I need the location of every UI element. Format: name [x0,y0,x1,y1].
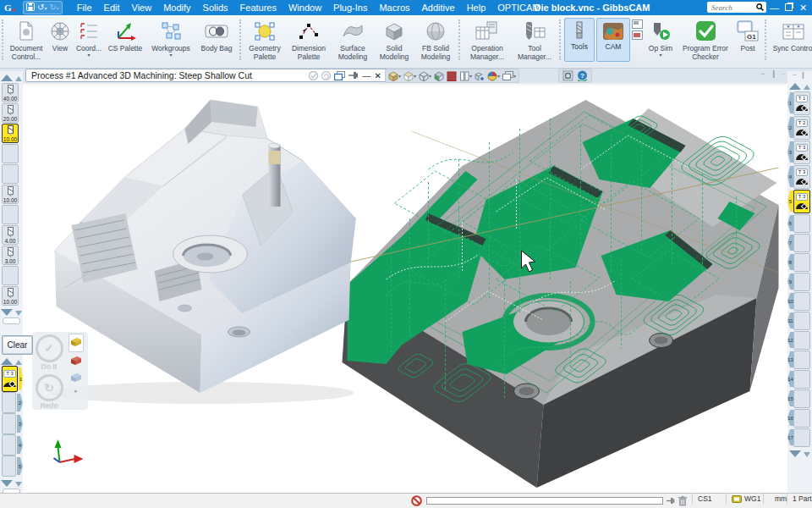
do-it-button[interactable]: ✓ [36,334,63,362]
window-arrange-icon[interactable]: ▾ [502,71,516,80]
document-control-button[interactable]: Document Control... [6,15,47,61]
wireframe-icon[interactable]: ▾ [419,71,431,81]
op-tab-12[interactable]: 12 [787,332,793,348]
shading-mode-icon[interactable]: ▾ [388,71,401,81]
operation-item-15[interactable] [793,389,810,408]
operation-item-4[interactable]: T 3 [793,165,810,189]
op-tab-9[interactable]: 9 [787,273,793,290]
op-tab-11[interactable]: 11 [787,312,793,329]
facet-view-icon[interactable] [434,71,444,81]
cam-flyout-2-icon[interactable] [632,30,643,40]
surface-modeling-button[interactable]: Surface Modeling [332,15,374,61]
tools-scroll-up-button[interactable] [1,75,13,81]
process-item-5[interactable] [2,456,16,477]
operation-item-13[interactable] [793,351,810,369]
search-box[interactable] [707,2,766,13]
face-shading-icon[interactable]: ▾ [403,71,416,81]
search-icon[interactable] [756,3,764,11]
coord-button[interactable]: Coord... ▾ [74,15,104,57]
redo-button[interactable]: ↻▾ [49,3,58,12]
add-view-icon[interactable] [475,71,485,81]
minimize-button[interactable]: — [767,0,782,15]
chevron-down-icon[interactable]: ▾ [659,53,661,57]
operation-item-6[interactable] [793,214,810,233]
new-window-icon[interactable] [334,71,345,80]
chevron-down-icon[interactable]: ▾ [169,53,172,57]
geometry-palette-button[interactable]: Geometry Palette [244,15,286,61]
marker-blue-icon[interactable] [70,371,82,386]
operation-item-17[interactable] [793,428,810,447]
op-tab-8[interactable]: 8 [787,254,793,270]
marker-red-icon[interactable] [70,354,82,369]
operation-manager-button[interactable]: Operation Manager... [463,15,512,61]
op-tab-15[interactable]: 15 [787,390,793,406]
menu-modify[interactable]: Modify [157,0,196,15]
op-tab-4[interactable]: 4 [787,166,793,187]
menu-view[interactable]: View [126,0,158,15]
search-input[interactable] [710,2,749,13]
tools-button[interactable]: Tools [564,18,595,62]
tool-manager-button[interactable]: Tool Manager... [512,15,557,61]
tool-item-11[interactable]: 10.00 [2,286,19,306]
help-icon[interactable]: ? [577,70,588,81]
operation-item-7[interactable] [793,234,810,252]
process-item-4[interactable] [2,434,16,456]
tools-scroll-down-button[interactable] [1,309,13,316]
tool-item-6[interactable]: 10.00 [2,185,19,204]
menu-window[interactable]: Window [283,0,327,15]
process-scroll-top-button[interactable] [15,360,22,365]
process-scroll-down-button[interactable] [1,480,13,487]
interrupt-icon[interactable] [411,494,422,507]
ops-mini-controls[interactable]: − ❙ [787,71,812,80]
post-button[interactable]: G1 Post [732,15,763,53]
undo-button[interactable]: ↺▾ [37,3,47,12]
menu-file[interactable]: File [71,0,98,15]
tool-item-2[interactable]: 20.00 [2,103,19,123]
tool-item-10[interactable] [2,266,19,285]
marker-yellow-icon[interactable] [69,334,84,352]
tools-scroll-bottom-button[interactable] [15,311,22,316]
process-title-box[interactable]: Process #1 Advanced 3D Machining: Steep … [25,69,387,82]
tool-item-8[interactable]: 4.00 [2,225,19,245]
menu-features[interactable]: Features [234,0,283,15]
chevron-down-icon[interactable]: ▾ [87,53,90,57]
op-tab-13[interactable]: 13 [787,351,793,367]
marker-expand-icon[interactable]: ▸ [74,388,78,395]
menu-additive[interactable]: Additive [416,0,461,15]
op-tab-6[interactable]: 6 [787,215,793,231]
op-tab-16[interactable]: 16 [787,410,793,426]
sync-control-button[interactable]: Sync Control [769,15,812,53]
ops-scroll-down-button[interactable] [789,450,801,457]
tool-item-9[interactable]: 3.00 [2,246,19,265]
clear-button[interactable]: Clear [2,335,33,355]
trash-icon[interactable] [678,494,688,507]
operation-item-1[interactable]: T 1 [793,91,810,115]
process-tab-5[interactable]: 5 [17,457,23,475]
process-tab-4[interactable]: 4 [17,436,23,454]
ops-scroll-top-button[interactable] [804,85,810,90]
tool-item-1[interactable]: 40.00 [2,83,19,102]
fb-solid-modeling-button[interactable]: FB Solid Modeling [414,15,457,61]
cam-flyout-1-icon[interactable] [632,19,643,29]
op-tab-10[interactable]: 10 [787,293,793,309]
op-tab-2[interactable]: 2 [787,117,793,138]
coordinate-system-indicator[interactable]: CS1 [692,494,728,504]
ops-scroll-up-button[interactable] [789,83,801,90]
process-tab-1[interactable]: 1 [19,367,23,390]
redo-button-viewport[interactable]: ↻ [36,374,63,402]
menu-solids[interactable]: Solids [197,0,234,15]
process-tab-2[interactable]: 2 [17,394,23,411]
workspace-window-controls[interactable]: − ❙ · [760,69,787,78]
tool-item-7[interactable] [2,205,19,224]
process-tab-3[interactable]: 3 [17,415,23,433]
restore-button[interactable] [782,0,796,15]
op-tab-7[interactable]: 7 [787,235,793,251]
process-item-2[interactable] [2,392,16,413]
viewport-canvas[interactable] [0,82,812,494]
process-scroll-bottom-button[interactable] [15,482,22,487]
operation-item-8[interactable] [793,253,810,272]
close-process-icon[interactable]: ✕ [375,71,381,80]
menu-edit[interactable]: Edit [98,0,126,15]
operation-item-12[interactable] [793,331,810,350]
operation-item-3[interactable]: T 3 [793,141,810,164]
